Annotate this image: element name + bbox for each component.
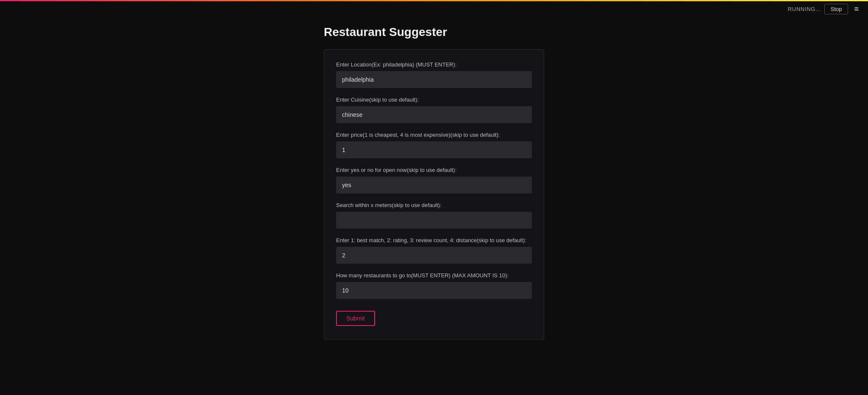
price-input[interactable] <box>336 141 532 158</box>
menu-button[interactable]: ≡ <box>851 3 861 14</box>
cuisine-group: Enter Cuisine(skip to use default): <box>336 97 532 123</box>
running-status: RUNNING... <box>788 6 821 12</box>
count-group: How many restaurants to go to(MUST ENTER… <box>336 272 532 299</box>
cuisine-label: Enter Cuisine(skip to use default): <box>336 97 532 103</box>
toolbar: RUNNING... Stop ≡ <box>781 0 868 18</box>
location-group: Enter Location(Ex: philadelphia) (MUST E… <box>336 61 532 88</box>
price-group: Enter price(1 is cheapest, 4 is most exp… <box>336 132 532 158</box>
main-content: Restaurant Suggester Enter Location(Ex: … <box>0 0 868 365</box>
location-input[interactable] <box>336 71 532 88</box>
count-label: How many restaurants to go to(MUST ENTER… <box>336 272 532 279</box>
sort-group: Enter 1: best match, 2: rating, 3: revie… <box>336 237 532 264</box>
cuisine-input[interactable] <box>336 106 532 123</box>
radius-input[interactable] <box>336 212 532 229</box>
stop-button[interactable]: Stop <box>824 4 849 14</box>
page-title: Restaurant Suggester <box>324 25 447 39</box>
open-now-group: Enter yes or no for open now(skip to use… <box>336 167 532 193</box>
price-label: Enter price(1 is cheapest, 4 is most exp… <box>336 132 532 138</box>
count-input[interactable] <box>336 282 532 299</box>
sort-input[interactable] <box>336 247 532 264</box>
radius-label: Search within x meters(skip to use defau… <box>336 202 532 208</box>
open-now-label: Enter yes or no for open now(skip to use… <box>336 167 532 173</box>
location-label: Enter Location(Ex: philadelphia) (MUST E… <box>336 61 532 68</box>
form-card: Enter Location(Ex: philadelphia) (MUST E… <box>324 49 544 340</box>
top-gradient-bar <box>0 0 868 1</box>
submit-button[interactable]: Submit <box>336 311 375 326</box>
sort-label: Enter 1: best match, 2: rating, 3: revie… <box>336 237 532 243</box>
open-now-input[interactable] <box>336 177 532 193</box>
hamburger-icon: ≡ <box>854 5 859 13</box>
radius-group: Search within x meters(skip to use defau… <box>336 202 532 229</box>
